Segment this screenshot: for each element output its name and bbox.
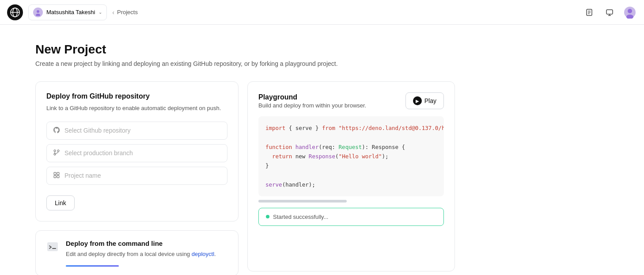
svg-rect-19 [54,172,56,175]
cli-card-content: Deploy from the command line Edit and de… [66,240,216,267]
play-button[interactable]: ▶ Play [405,92,444,109]
code-scrollbar[interactable] [258,200,347,202]
page-subtitle: Create a new project by linking and depl… [35,60,609,67]
cli-deploy-card: Deploy from the command line Edit and de… [35,230,239,275]
cards-row: Deploy from GitHub repository Link to a … [35,81,609,275]
play-button-label: Play [424,97,436,104]
branch-icon [53,149,60,157]
breadcrumb-arrow-icon: ‹ [112,9,114,16]
playground-title-block: Playground Build and deploy from within … [258,93,366,109]
svg-rect-10 [606,10,613,14]
breadcrumb-projects-link[interactable]: Projects [117,9,138,15]
result-status-dot [266,215,269,218]
notifications-icon[interactable] [602,5,617,19]
left-column: Deploy from GitHub repository Link to a … [35,81,239,275]
branch-select-field[interactable]: Select production branch [46,144,227,162]
terminal-icon [46,241,59,256]
repo-placeholder: Select Github repository [64,127,130,134]
svg-point-14 [628,9,632,13]
code-line-6 [265,170,437,180]
code-line-3: function handler(req: Request): Response… [265,142,437,152]
cli-card-desc: Edit and deploy directly from a local de… [66,250,216,259]
svg-rect-20 [57,172,59,175]
result-box: Started successfully... [258,208,444,226]
playground-card: Playground Build and deploy from within … [247,81,455,271]
link-button[interactable]: Link [46,195,75,210]
code-line-4: return new Response("Hello world"); [265,152,437,161]
user-avatar [33,8,43,17]
code-line-2 [265,133,437,142]
branch-placeholder: Select production branch [64,149,133,157]
result-text: Started successfully... [273,214,328,220]
page-title: New Project [35,42,609,57]
code-editor[interactable]: import { serve } from "https://deno.land… [258,116,444,196]
github-card-desc: Link to a GitHub repository to enable au… [46,104,227,113]
svg-rect-23 [47,242,58,251]
play-icon: ▶ [413,96,422,105]
chevron-down-icon: ⌄ [98,10,102,15]
github-card-title: Deploy from GitHub repository [46,92,227,100]
github-repo-icon [53,126,60,135]
code-line-7: serve(handler); [265,180,437,189]
docs-icon[interactable] [582,5,596,19]
cli-card-title: Deploy from the command line [66,240,216,247]
repo-select-field[interactable]: Select Github repository [46,122,227,140]
code-line-5: } [265,161,437,170]
svg-rect-22 [57,176,59,178]
svg-point-16 [54,150,56,152]
breadcrumb: ‹ Projects [112,9,138,16]
user-menu-button[interactable]: Matsushita Takeshi ⌄ [28,4,107,20]
deployctl-link[interactable]: deployctl [192,251,214,257]
app-logo [7,4,23,20]
code-line-1: import { serve } from "https://deno.land… [265,123,437,133]
playground-subtitle: Build and deploy from within your browse… [258,102,366,109]
svg-point-4 [37,10,39,13]
main-content: New Project Create a new project by link… [0,25,644,275]
topnav-right [582,5,637,19]
project-name-field[interactable] [46,167,227,185]
avatar-icon[interactable] [623,5,637,19]
topnav-left: Matsushita Takeshi ⌄ ‹ Projects [7,4,138,20]
playground-title: Playground [258,93,366,101]
project-icon [53,172,60,180]
user-name: Matsushita Takeshi [46,9,95,15]
cli-progress-bar [66,265,119,267]
svg-rect-21 [54,176,56,178]
playground-header: Playground Build and deploy from within … [258,92,444,109]
project-name-input[interactable] [64,172,221,179]
topnav: Matsushita Takeshi ⌄ ‹ Projects [0,0,644,25]
svg-point-17 [57,150,59,152]
github-deploy-card: Deploy from GitHub repository Link to a … [35,81,239,222]
